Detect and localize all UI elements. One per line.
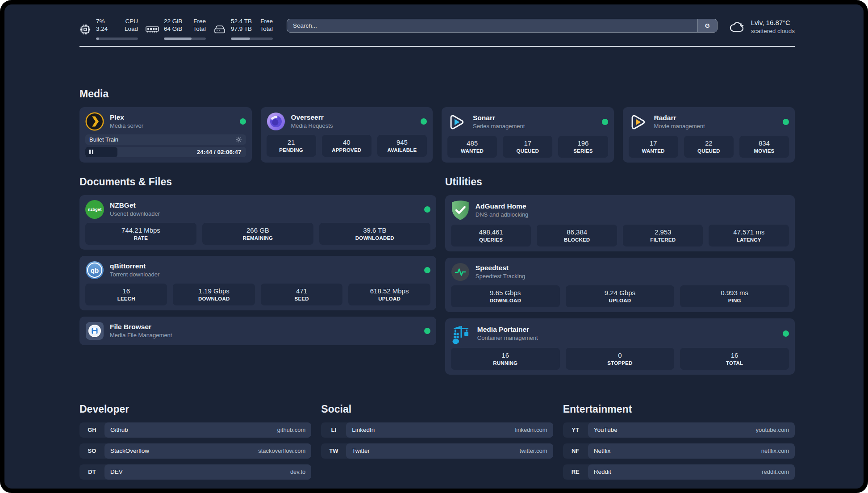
status-dot: [421, 118, 427, 125]
qbittorrent-stats: 16 LEECH 1.19 Gbps DOWNLOAD 471 SEED 618…: [85, 284, 430, 305]
speedtest-stat-upload: 9.24 Gbps UPLOAD: [566, 285, 675, 307]
radarr-stat-wanted: 17 WANTED: [629, 136, 678, 158]
disk-values: 52.4 TB97.9 TB: [231, 18, 252, 33]
service-name: AdGuard Home: [476, 202, 529, 211]
portainer-stat-stopped: 0 STOPPED: [566, 348, 675, 370]
bookmark-url: github.com: [277, 426, 306, 433]
bookmark-dev[interactable]: DT DEV dev.to: [79, 464, 311, 480]
service-name: File Browser: [110, 322, 172, 331]
speedtest-icon: [451, 263, 470, 281]
memory-values: 22 GiB64 GiB: [164, 18, 182, 33]
sonarr-card[interactable]: Sonarr Series management 485 WANTED 17 Q…: [442, 107, 614, 163]
bookmark-netflix[interactable]: NF Netflix netflix.com: [563, 443, 795, 459]
bookmark-abbr: RE: [563, 464, 588, 480]
dashboard: 7%3.24 CPULoad 22 GiB64 GiB FreeTotal: [4, 4, 864, 489]
weather-widget[interactable]: Lviv, 16.87°C scattered clouds: [729, 18, 795, 35]
documents-cards: nzbget NZBGet Usenet downloader 744.21 M…: [79, 195, 436, 345]
speedtest-card[interactable]: Speedtest Speedtest Tracking 9.65 Gbps D…: [445, 258, 795, 312]
section-utilities: Utilities AdGuard Home DNS and adblockin…: [445, 176, 795, 375]
bookmark-url: stackoverflow.com: [258, 447, 305, 454]
adguard-stat-queries: 498,461 QUERIES: [451, 225, 531, 246]
plex-card[interactable]: Plex Media server Bullet Train 24:44 / 0…: [79, 107, 252, 163]
svg-text:qb: qb: [91, 266, 99, 274]
nzbget-card[interactable]: nzbget NZBGet Usenet downloader 744.21 M…: [79, 195, 436, 250]
service-name: Speedtest: [476, 263, 525, 272]
header-divider: [79, 46, 795, 47]
radarr-stat-queued: 22 QUEUED: [684, 136, 734, 158]
qbittorrent-card[interactable]: qb qBittorrent Torrent downloader 16 LEE…: [79, 256, 436, 310]
ram-icon: [146, 20, 159, 40]
sonarr-stat-queued: 17 QUEUED: [503, 136, 552, 158]
weather-condition: scattered clouds: [751, 27, 795, 35]
bookmark-group-entertainment: Entertainment YT YouTube youtube.com NF …: [563, 403, 795, 480]
status-dot: [783, 330, 789, 337]
status-dot: [240, 118, 246, 125]
media-cards-grid: Plex Media server Bullet Train 24:44 / 0…: [79, 107, 795, 163]
sonarr-stats: 485 WANTED 17 QUEUED 196 SERIES: [447, 136, 608, 158]
portainer-card[interactable]: Media Portainer Container management 16 …: [445, 318, 795, 375]
service-name: qBittorrent: [110, 262, 159, 271]
pause-icon[interactable]: [89, 150, 93, 154]
sonarr-stat-wanted: 485 WANTED: [447, 136, 497, 158]
bookmark-stackoverflow[interactable]: SO StackOverflow stackoverflow.com: [79, 443, 311, 459]
speedtest-stat-download: 9.65 Gbps DOWNLOAD: [451, 285, 560, 307]
gear-icon[interactable]: [235, 136, 242, 143]
overseerr-stat-pending: 21 PENDING: [267, 135, 316, 157]
cloud-icon: [729, 18, 745, 35]
portainer-stat-total: 16 TOTAL: [680, 348, 789, 370]
bookmark-url: netflix.com: [761, 447, 789, 454]
service-description: Container management: [477, 334, 538, 342]
nzbget-stat-remaining: 266 GB REMAINING: [202, 223, 313, 245]
utilities-cards: AdGuard Home DNS and adblocking 498,461 …: [445, 195, 795, 375]
service-description: Media server: [110, 122, 143, 130]
weather-location: Lviv, 16.87°C: [751, 18, 795, 27]
service-description: Torrent downloader: [110, 271, 159, 278]
service-description: DNS and adblocking: [476, 211, 529, 218]
search-engine-button[interactable]: G: [697, 19, 717, 32]
nzbget-header: nzbget NZBGet Usenet downloader: [85, 200, 430, 219]
nzbget-stats: 744.21 Mbps RATE 266 GB REMAINING 39.6 T…: [85, 223, 430, 245]
bookmark-github[interactable]: GH Github github.com: [79, 422, 311, 438]
disk-usage-bar: [231, 38, 273, 40]
filebrowser-card[interactable]: File Browser Media File Management: [79, 317, 436, 345]
now-playing-row: Bullet Train: [85, 134, 246, 145]
overseerr-card[interactable]: Overseerr Media Requests 21 PENDING 40 A…: [261, 107, 433, 163]
bookmark-reddit[interactable]: RE Reddit reddit.com: [563, 464, 795, 480]
bookmark-twitter[interactable]: TW Twitter twitter.com: [321, 443, 553, 459]
service-name: Sonarr: [473, 113, 525, 122]
qbittorrent-stat-upload: 618.52 Mbps UPLOAD: [348, 284, 430, 305]
bookmark-group-developer: Developer GH Github github.com SO StackO…: [79, 403, 311, 480]
qbittorrent-stat-seed: 471 SEED: [261, 284, 342, 305]
disk-labels: FreeTotal: [260, 18, 273, 33]
disk-widget: 52.4 TB97.9 TB FreeTotal: [213, 18, 273, 40]
adguard-stats: 498,461 QUERIES 86,384 BLOCKED 2,953 FIL…: [451, 225, 789, 246]
bookmark-list: GH Github github.com SO StackOverflow st…: [79, 422, 311, 480]
radarr-card[interactable]: Radarr Movie management 17 WANTED 22 QUE…: [623, 107, 795, 163]
bookmark-group-social: Social LI LinkedIn linkedin.com TW Twitt…: [321, 403, 553, 480]
overseerr-stat-approved: 40 APPROVED: [322, 135, 371, 157]
radarr-icon: [629, 112, 648, 132]
search-bar[interactable]: G: [287, 19, 718, 33]
nzbget-icon: nzbget: [85, 200, 104, 219]
status-dot: [424, 328, 430, 334]
adguard-card[interactable]: AdGuard Home DNS and adblocking 498,461 …: [445, 195, 795, 251]
qbittorrent-icon: qb: [85, 261, 104, 280]
bookmark-name: LinkedIn: [352, 426, 375, 433]
adguard-icon: [451, 200, 470, 221]
portainer-stats: 16 RUNNING 0 STOPPED 16 TOTAL: [451, 348, 789, 370]
bookmark-name: DEV: [110, 468, 123, 475]
search-input[interactable]: [287, 22, 697, 29]
playback-progress-bar: 24:44 / 02:06:47: [85, 147, 246, 157]
radarr-stats: 17 WANTED 22 QUEUED 834 MOVIES: [629, 136, 789, 158]
bookmark-linkedin[interactable]: LI LinkedIn linkedin.com: [321, 422, 553, 438]
cpu-labels: CPULoad: [125, 18, 138, 33]
bookmark-youtube[interactable]: YT YouTube youtube.com: [563, 422, 795, 438]
service-name: Radarr: [654, 113, 705, 122]
bookmark-abbr: TW: [321, 443, 346, 459]
bookmark-abbr: SO: [79, 443, 104, 459]
speedtest-stats: 9.65 Gbps DOWNLOAD 9.24 Gbps UPLOAD 0.99…: [451, 285, 789, 307]
playback-progress-fill: [85, 147, 117, 157]
service-name: Overseerr: [291, 113, 333, 122]
bookmark-url: dev.to: [290, 468, 305, 475]
memory-labels: FreeTotal: [193, 18, 206, 33]
